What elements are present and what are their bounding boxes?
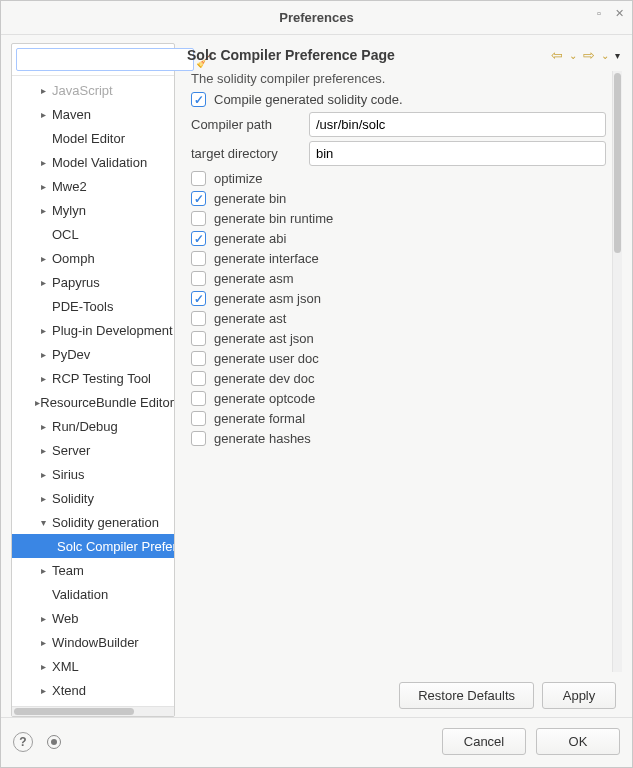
search-input[interactable] <box>16 48 194 71</box>
tree-item[interactable]: ▸Model Editor <box>12 126 174 150</box>
option-label: generate ast json <box>214 331 314 346</box>
chevron-right-icon[interactable]: ▸ <box>34 661 52 672</box>
chevron-right-icon[interactable]: ▸ <box>34 205 52 216</box>
option-checkbox[interactable] <box>191 411 206 426</box>
tree-item[interactable]: ▸Oomph <box>12 246 174 270</box>
apply-button[interactable]: Apply <box>542 682 616 709</box>
tree-item[interactable]: ▸Xtend <box>12 678 174 702</box>
chevron-down-icon[interactable]: ▾ <box>34 517 52 528</box>
tree-item[interactable]: ▸Validation <box>12 582 174 606</box>
scrollbar-thumb[interactable] <box>614 73 621 253</box>
tree-item[interactable]: ▸JavaScript <box>12 78 174 102</box>
tree-item-label: Solidity generation <box>52 515 159 530</box>
ok-button[interactable]: OK <box>536 728 620 755</box>
chevron-right-icon[interactable]: ▸ <box>34 493 52 504</box>
compiler-path-input[interactable] <box>309 112 606 137</box>
chevron-right-icon[interactable]: ▸ <box>34 565 52 576</box>
cancel-button[interactable]: Cancel <box>442 728 526 755</box>
preferences-tree[interactable]: ▸JavaScript▸Maven▸Model Editor▸Model Val… <box>12 76 174 706</box>
option-checkbox[interactable] <box>191 371 206 386</box>
chevron-right-icon[interactable]: ▸ <box>34 421 52 432</box>
target-directory-input[interactable] <box>309 141 606 166</box>
tree-item-label: Solc Compiler Preference Page <box>57 539 174 554</box>
option-checkbox[interactable] <box>191 391 206 406</box>
chevron-right-icon[interactable]: ▸ <box>34 109 52 120</box>
option-checkbox[interactable] <box>191 331 206 346</box>
view-menu-icon[interactable]: ▾ <box>615 50 620 61</box>
chevron-right-icon[interactable]: ▸ <box>34 613 52 624</box>
option-checkbox[interactable] <box>191 351 206 366</box>
tree-item-label: Xtend <box>52 683 86 698</box>
nav-forward-icon[interactable]: ⇨ <box>583 47 595 63</box>
tree-item[interactable]: ▾Solidity generation <box>12 510 174 534</box>
tree-item[interactable]: ▸Plug-in Development <box>12 318 174 342</box>
tree-item[interactable]: ▸Maven <box>12 102 174 126</box>
chevron-right-icon[interactable]: ▸ <box>34 277 52 288</box>
sidebar-horizontal-scrollbar[interactable] <box>12 706 174 716</box>
option-checkbox[interactable] <box>191 211 206 226</box>
option-checkbox[interactable] <box>191 251 206 266</box>
tree-item[interactable]: ▸Team <box>12 558 174 582</box>
tree-item[interactable]: ▸Run/Debug <box>12 414 174 438</box>
main-vertical-scrollbar[interactable] <box>612 71 622 672</box>
chevron-right-icon[interactable]: ▸ <box>34 325 52 336</box>
option-row: optimize <box>191 171 606 186</box>
record-icon[interactable] <box>47 735 61 749</box>
option-checkbox[interactable] <box>191 431 206 446</box>
chevron-right-icon[interactable]: ▸ <box>34 637 52 648</box>
close-icon[interactable]: ✕ <box>615 7 624 20</box>
option-checkbox[interactable] <box>191 231 206 246</box>
tree-item[interactable]: ▸Sirius <box>12 462 174 486</box>
tree-item[interactable]: ▸Papyrus <box>12 270 174 294</box>
option-checkbox[interactable] <box>191 271 206 286</box>
option-label: generate interface <box>214 251 319 266</box>
chevron-right-icon[interactable]: ▸ <box>34 85 52 96</box>
option-row: generate asm json <box>191 291 606 306</box>
tree-item-label: XML <box>52 659 79 674</box>
nav-forward-menu-icon[interactable]: ⌄ <box>601 50 609 61</box>
tree-item[interactable]: ▸Model Validation <box>12 150 174 174</box>
option-label: generate hashes <box>214 431 311 446</box>
titlebar-controls: ▫ ✕ <box>597 7 624 20</box>
chevron-right-icon[interactable]: ▸ <box>34 373 52 384</box>
chevron-right-icon[interactable]: ▸ <box>34 253 52 264</box>
chevron-right-icon[interactable]: ▸ <box>34 181 52 192</box>
restore-defaults-button[interactable]: Restore Defaults <box>399 682 534 709</box>
tree-item[interactable]: ▸ResourceBundle Editor <box>12 390 174 414</box>
option-checkbox[interactable] <box>191 171 206 186</box>
main-content: The solidity compiler preferences. Compi… <box>185 71 612 672</box>
chevron-right-icon[interactable]: ▸ <box>34 349 52 360</box>
tree-item[interactable]: ▸Solc Compiler Preference Page <box>12 534 174 558</box>
tree-item[interactable]: ▸Solidity <box>12 486 174 510</box>
preferences-window: Preferences ▫ ✕ 🧹 ▸JavaScript▸Maven▸Mode… <box>0 0 633 768</box>
maximize-icon[interactable]: ▫ <box>597 7 601 20</box>
tree-item[interactable]: ▸WindowBuilder <box>12 630 174 654</box>
scrollbar-thumb[interactable] <box>14 708 134 715</box>
footer-left: ? <box>13 732 61 752</box>
chevron-right-icon[interactable]: ▸ <box>34 469 52 480</box>
tree-item[interactable]: ▸PDE-Tools <box>12 294 174 318</box>
tree-item-label: Model Validation <box>52 155 147 170</box>
tree-item[interactable]: ▸Mylyn <box>12 198 174 222</box>
content-area: 🧹 ▸JavaScript▸Maven▸Model Editor▸Model V… <box>1 35 632 717</box>
chevron-right-icon[interactable]: ▸ <box>34 685 52 696</box>
compile-generated-checkbox[interactable] <box>191 92 206 107</box>
tree-item[interactable]: ▸Web <box>12 606 174 630</box>
chevron-right-icon[interactable]: ▸ <box>34 157 52 168</box>
tree-item[interactable]: ▸OCL <box>12 222 174 246</box>
tree-item-label: Oomph <box>52 251 95 266</box>
option-checkbox[interactable] <box>191 291 206 306</box>
tree-item[interactable]: ▸Server <box>12 438 174 462</box>
tree-item[interactable]: ▸RCP Testing Tool <box>12 366 174 390</box>
tree-item[interactable]: ▸XML <box>12 654 174 678</box>
tree-item[interactable]: ▸Mwe2 <box>12 174 174 198</box>
nav-back-menu-icon[interactable]: ⌄ <box>569 50 577 61</box>
help-icon[interactable]: ? <box>13 732 33 752</box>
tree-item-label: Mylyn <box>52 203 86 218</box>
main-body: The solidity compiler preferences. Compi… <box>185 71 622 672</box>
chevron-right-icon[interactable]: ▸ <box>34 445 52 456</box>
tree-item[interactable]: ▸PyDev <box>12 342 174 366</box>
option-checkbox[interactable] <box>191 191 206 206</box>
option-checkbox[interactable] <box>191 311 206 326</box>
nav-back-icon[interactable]: ⇦ <box>551 47 563 63</box>
